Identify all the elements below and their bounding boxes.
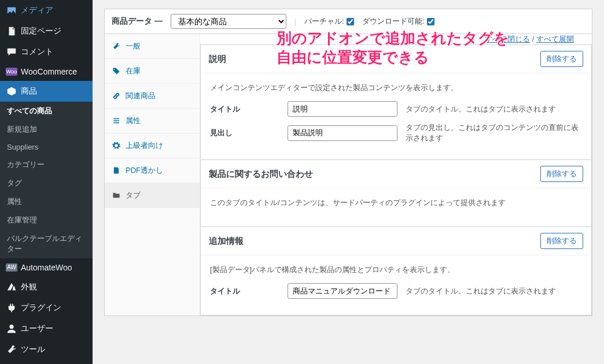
sidebar-item-comments[interactable]: コメント bbox=[0, 42, 93, 62]
comment-icon bbox=[6, 46, 17, 58]
remove-button[interactable]: 削除する bbox=[540, 51, 583, 67]
list-icon bbox=[112, 117, 121, 125]
submenu-add-new[interactable]: 新規追加 bbox=[0, 120, 93, 139]
sidebar-item-pages[interactable]: 固定ページ bbox=[0, 21, 93, 42]
product-data-label: 商品データ — bbox=[112, 16, 163, 27]
submenu-stock[interactable]: 在庫管理 bbox=[0, 211, 93, 229]
sidebar-item-products[interactable]: 商品 bbox=[0, 81, 93, 102]
virtual-checkbox[interactable] bbox=[347, 18, 354, 25]
tab-block-intro: [製品データ]パネルで構成された製品の属性とプロパティを表示します。 bbox=[210, 265, 582, 275]
svg-point-0 bbox=[9, 325, 13, 329]
pdf-icon bbox=[112, 166, 121, 174]
sidebar-label: ツール bbox=[21, 344, 45, 355]
product-data-header: 商品データ — 基本的な商品 | バーチャル: ダウンロード可能: bbox=[104, 9, 592, 34]
downloadable-checkbox-label[interactable]: ダウンロード可能: bbox=[362, 16, 434, 27]
tab-block-description: 説明 削除する メインコンテンツエディターで設定された製品コンテンツを表示します… bbox=[200, 44, 592, 160]
appearance-icon bbox=[6, 281, 17, 293]
woocommerce-icon: Woo bbox=[6, 68, 17, 76]
panel-tab-inventory[interactable]: 在庫 bbox=[105, 59, 200, 84]
field-label-heading: 見出し bbox=[210, 128, 279, 138]
product-data-panel: 一般 在庫 関連商品 属性 上級者向け PDF透かし タブ すべて閉じる / す… bbox=[104, 34, 592, 316]
sidebar-submenu-products: すべての商品 新規追加 Suppliers カテゴリー タグ 属性 在庫管理 バ… bbox=[0, 102, 93, 258]
tab-title-input[interactable] bbox=[288, 101, 397, 117]
sidebar-label: ユーザー bbox=[21, 324, 53, 334]
submenu-suppliers[interactable]: Suppliers bbox=[0, 139, 93, 155]
expand-all-link[interactable]: すべて展開 bbox=[536, 35, 574, 43]
sidebar-label: プラグイン bbox=[21, 303, 61, 313]
tab-heading-input[interactable] bbox=[288, 125, 397, 141]
sidebar-item-users[interactable]: ユーザー bbox=[0, 318, 93, 339]
sidebar-label: 外観 bbox=[21, 282, 37, 292]
sidebar-item-media[interactable]: メディア bbox=[0, 0, 93, 21]
submenu-attributes[interactable]: 属性 bbox=[0, 192, 93, 211]
panel-tabs: 一般 在庫 関連商品 属性 上級者向け PDF透かし タブ bbox=[105, 34, 200, 315]
tag-icon bbox=[112, 67, 121, 75]
collapse-expand-links: すべて閉じる / すべて展開 bbox=[476, 32, 583, 47]
field-hint: タブの見出し。これはタブのコンテンツの直前に表示されます bbox=[406, 122, 582, 143]
product-type-select[interactable]: 基本的な商品 bbox=[171, 14, 286, 29]
submenu-tags[interactable]: タグ bbox=[0, 174, 93, 192]
pages-icon bbox=[6, 25, 17, 37]
submenu-bulk-editor[interactable]: バルクテーブルエディター bbox=[0, 229, 93, 258]
virtual-label: バーチャル: bbox=[304, 16, 344, 27]
sidebar-label: コメント bbox=[21, 47, 53, 57]
remove-button[interactable]: 削除する bbox=[540, 233, 583, 249]
panel-tab-linked[interactable]: 関連商品 bbox=[105, 84, 200, 109]
tab-block-title: 追加情報 bbox=[209, 236, 244, 247]
tab-block-title: 製品に関するお問い合わせ bbox=[209, 169, 313, 180]
main-content: 商品データ — 基本的な商品 | バーチャル: ダウンロード可能: 一般 在庫 … bbox=[93, 0, 604, 364]
panel-tab-tabs[interactable]: タブ bbox=[105, 183, 200, 208]
tabs-icon bbox=[112, 191, 121, 199]
remove-button[interactable]: 削除する bbox=[540, 166, 583, 182]
tab-block-inquiry: 製品に関するお問い合わせ 削除する このタブのタイトル/コンテンツは、サードパー… bbox=[200, 160, 592, 227]
gear-icon bbox=[112, 142, 121, 150]
product-icon bbox=[6, 86, 17, 97]
sidebar-item-woocommerce[interactable]: Woo WooCommerce bbox=[0, 62, 93, 81]
field-hint: タブのタイトル。これはタブに表示されます bbox=[406, 104, 582, 114]
sidebar-label: WooCommerce bbox=[21, 67, 77, 76]
tab-block-additional: 追加情報 削除する [製品データ]パネルで構成された製品の属性とプロパティを表示… bbox=[200, 227, 592, 315]
panel-tab-advanced[interactable]: 上級者向け bbox=[105, 133, 200, 158]
panel-tab-attributes[interactable]: 属性 bbox=[105, 109, 200, 133]
sidebar-item-automatewoo[interactable]: AW AutomateWoo bbox=[0, 258, 93, 277]
link-icon bbox=[112, 92, 121, 100]
sidebar-label: AutomateWoo bbox=[21, 263, 72, 272]
panel-body-tabs: すべて閉じる / すべて展開 説明 削除する メインコンテンツエディターで設定さ… bbox=[200, 34, 592, 315]
panel-tab-pdf-watermark[interactable]: PDF透かし bbox=[105, 158, 200, 183]
automatewoo-icon: AW bbox=[6, 263, 17, 272]
sidebar-item-plugins[interactable]: プラグイン bbox=[0, 298, 93, 318]
sidebar-label: 商品 bbox=[21, 86, 37, 96]
users-icon bbox=[6, 323, 17, 335]
tools-icon bbox=[6, 344, 17, 355]
field-hint: タブのタイトル。これはタブに表示されます bbox=[406, 286, 582, 296]
sidebar-label: メディア bbox=[21, 5, 53, 16]
virtual-checkbox-label[interactable]: バーチャル: bbox=[304, 16, 354, 27]
tab-block-intro: このタブのタイトル/コンテンツは、サードパーティのプラグインによって提供されます bbox=[210, 198, 582, 208]
downloadable-label: ダウンロード可能: bbox=[362, 16, 425, 27]
sidebar-label: 固定ページ bbox=[21, 26, 61, 36]
tab-title-input[interactable] bbox=[288, 283, 397, 299]
field-label-title: タイトル bbox=[210, 104, 279, 114]
plugins-icon bbox=[6, 302, 17, 314]
sidebar-item-appearance[interactable]: 外観 bbox=[0, 277, 93, 298]
tab-block-intro: メインコンテンツエディターで設定された製品コンテンツを表示します。 bbox=[210, 83, 582, 93]
media-icon bbox=[6, 5, 17, 16]
downloadable-checkbox[interactable] bbox=[427, 18, 434, 25]
submenu-categories[interactable]: カテゴリー bbox=[0, 155, 93, 174]
tab-block-title: 説明 bbox=[209, 54, 226, 65]
collapse-all-link[interactable]: すべて閉じる bbox=[485, 35, 530, 43]
admin-sidebar: メディア 固定ページ コメント Woo WooCommerce 商品 すべての商… bbox=[0, 0, 93, 364]
field-label-title: タイトル bbox=[210, 286, 279, 296]
sidebar-item-tools[interactable]: ツール bbox=[0, 339, 93, 360]
submenu-all-products[interactable]: すべての商品 bbox=[0, 102, 93, 120]
wrench-icon bbox=[112, 42, 121, 50]
panel-tab-general[interactable]: 一般 bbox=[105, 34, 200, 59]
